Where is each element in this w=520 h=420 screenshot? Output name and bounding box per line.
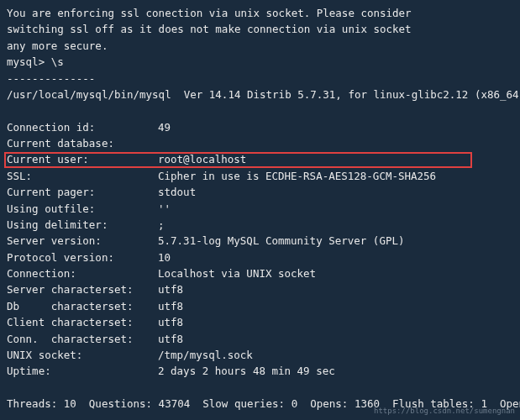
status-row: Client characterset:utf8 — [7, 314, 513, 330]
status-value: 10 — [158, 249, 171, 265]
status-value: stdout — [158, 184, 196, 200]
version-line: /usr/local/mysql/bin/mysql Ver 14.14 Dis… — [7, 87, 513, 102]
status-key: UNIX socket: — [7, 347, 158, 363]
status-table: Connection id:49Current database:Current… — [7, 119, 513, 380]
status-row: Connection id:49 — [7, 119, 513, 135]
status-key: Connection id: — [7, 119, 158, 135]
status-key: Client characterset: — [7, 314, 158, 330]
status-key: Using delimiter: — [7, 217, 158, 233]
watermark: https://blog.csdn.net/sumengnan — [374, 406, 515, 417]
status-row: UNIX socket:/tmp/mysql.sock — [7, 347, 513, 363]
status-value: 2 days 2 hours 48 min 49 sec — [158, 363, 335, 379]
status-row: Conn. characterset:utf8 — [7, 331, 513, 347]
status-row: Uptime:2 days 2 hours 48 min 49 sec — [7, 363, 513, 379]
status-key: Current database: — [7, 135, 158, 151]
status-row: Connection:Localhost via UNIX socket — [7, 265, 513, 281]
status-key: Server version: — [7, 233, 158, 249]
status-value: utf8 — [158, 298, 183, 314]
status-key: Db characterset: — [7, 298, 158, 314]
status-row: SSL:Cipher in use is ECDHE-RSA-AES128-GC… — [7, 168, 513, 184]
status-key: Server characterset: — [7, 281, 158, 297]
prompt-status-cmd: mysql> \s — [7, 54, 513, 70]
status-row: Server characterset:utf8 — [7, 281, 513, 297]
status-value: utf8 — [158, 281, 183, 297]
status-value: 5.7.31-log MySQL Community Server (GPL) — [158, 233, 405, 249]
status-value: 49 — [158, 119, 171, 135]
warning-line-1: You are enforcing ssl conection via unix… — [7, 5, 513, 21]
status-row: Current user:root@localhost — [7, 151, 513, 167]
status-key: Protocol version: — [7, 249, 158, 265]
status-key: Current pager: — [7, 184, 158, 200]
status-key: Current user: — [7, 151, 158, 167]
status-key: Using outfile: — [7, 201, 158, 217]
status-value: Localhost via UNIX socket — [158, 265, 316, 281]
warning-line-2: switching ssl off as it does not make co… — [7, 21, 513, 37]
status-value: root@localhost — [158, 151, 246, 167]
status-row: Db characterset:utf8 — [7, 298, 513, 314]
warning-line-3: any more secure. — [7, 38, 513, 54]
status-row: Protocol version:10 — [7, 249, 513, 265]
status-row: Server version:5.7.31-log MySQL Communit… — [7, 233, 513, 249]
status-value: utf8 — [158, 314, 183, 330]
status-value: utf8 — [158, 331, 183, 347]
status-key: Uptime: — [7, 363, 158, 379]
status-value: /tmp/mysql.sock — [158, 347, 253, 363]
blank-line — [7, 380, 513, 396]
status-row: Current database: — [7, 135, 513, 151]
status-value: Cipher in use is ECDHE-RSA-AES128-GCM-SH… — [158, 168, 436, 184]
status-key: Conn. characterset: — [7, 331, 158, 347]
status-row: Using outfile:'' — [7, 201, 513, 217]
divider-dashes: -------------- — [7, 71, 513, 87]
status-row: Current pager:stdout — [7, 184, 513, 200]
status-row: Using delimiter:; — [7, 217, 513, 233]
blank-line — [7, 102, 513, 118]
status-key: Connection: — [7, 265, 158, 281]
status-key: SSL: — [7, 168, 158, 184]
status-value: ; — [158, 217, 165, 233]
status-value: '' — [158, 201, 171, 217]
